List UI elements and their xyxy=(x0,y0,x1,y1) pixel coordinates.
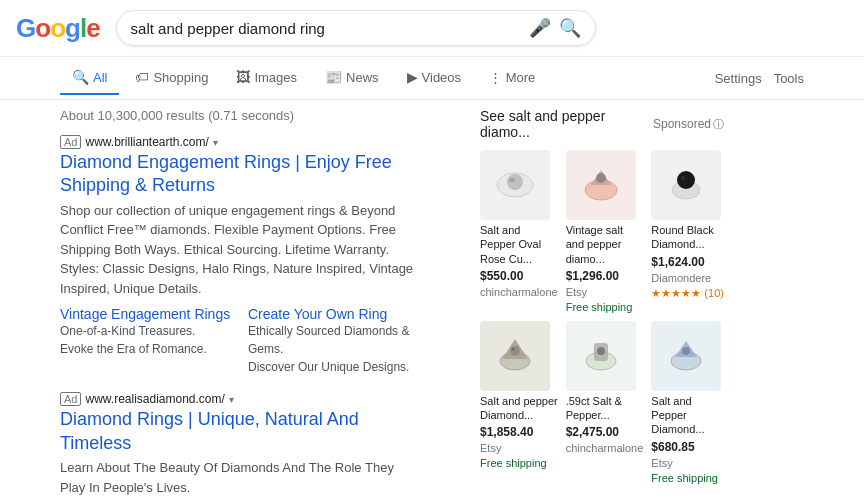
news-icon: 📰 xyxy=(325,69,342,85)
sitelink-create-title[interactable]: Create Your Own Ring xyxy=(248,306,420,322)
microphone-icon[interactable]: 🎤 xyxy=(529,17,551,39)
product-rating-3: ★★★★★ (10) xyxy=(651,287,724,300)
panel-title: See salt and pepper diamo... xyxy=(480,108,653,140)
product-name-4: Salt and pepper Diamond... xyxy=(480,394,558,423)
product-card-6[interactable]: Salt and Pepper Diamond... $680.85 Etsy … xyxy=(651,321,724,484)
product-img-2 xyxy=(566,150,636,220)
nav-tabs: 🔍 All 🏷 Shopping 🖼 Images 📰 News ▶ Video… xyxy=(0,57,864,100)
product-card-3[interactable]: Round Black Diamond... $1,624.00 Diamond… xyxy=(651,150,724,313)
product-card-4[interactable]: Salt and pepper Diamond... $1,858.40 Ets… xyxy=(480,321,558,484)
product-img-5 xyxy=(566,321,636,391)
svg-point-7 xyxy=(677,171,695,189)
svg-point-1 xyxy=(507,174,523,190)
ad1-desc: Shop our collection of unique engagement… xyxy=(60,201,420,299)
product-price-3: $1,624.00 xyxy=(651,255,724,269)
product-store-4: Etsy xyxy=(480,442,558,454)
header: Google 🎤 🔍 xyxy=(0,0,864,57)
ad-url-1: www.brilliantearth.com/ xyxy=(85,135,208,149)
ad-realisa: Ad www.realisadiamond.com/ ▾ Diamond Rin… xyxy=(60,392,420,497)
ad-label-2: Ad www.realisadiamond.com/ ▾ xyxy=(60,392,420,406)
search-bar[interactable]: 🎤 🔍 xyxy=(116,10,596,46)
product-card-5[interactable]: .59ct Salt & Pepper... $2,475.00 chincha… xyxy=(566,321,644,484)
product-img-6 xyxy=(651,321,721,391)
svg-point-18 xyxy=(682,347,690,355)
product-price-4: $1,858.40 xyxy=(480,425,558,439)
google-logo: Google xyxy=(16,13,100,44)
product-price-1: $550.00 xyxy=(480,269,558,283)
ad-arrow-2: ▾ xyxy=(229,394,234,405)
product-price-2: $1,296.00 xyxy=(566,269,644,283)
tab-videos[interactable]: ▶ Videos xyxy=(395,61,474,95)
ad-arrow-1: ▾ xyxy=(213,137,218,148)
tab-images[interactable]: 🖼 Images xyxy=(224,61,309,95)
product-ship-4: Free shipping xyxy=(480,457,558,469)
product-store-1: chincharmalone xyxy=(480,286,558,298)
sitelink-vintage-desc1: One-of-a-Kind Treasures. xyxy=(60,322,232,340)
ad-badge-1: Ad xyxy=(60,135,81,149)
images-icon: 🖼 xyxy=(236,69,250,85)
product-img-4 xyxy=(480,321,550,391)
sitelink-vintage: Vintage Engagement Rings One-of-a-Kind T… xyxy=(60,306,232,376)
ad-url-2: www.realisadiamond.com/ xyxy=(85,392,224,406)
left-column: About 10,300,000 results (0.71 seconds) … xyxy=(0,100,480,502)
product-store-3: Diamondere xyxy=(651,272,724,284)
sitelink-create-desc2: Discover Our Unique Designs. xyxy=(248,358,420,376)
product-price-5: $2,475.00 xyxy=(566,425,644,439)
tab-shopping[interactable]: 🏷 Shopping xyxy=(123,61,220,95)
sitelink-vintage-title[interactable]: Vintage Engagement Rings xyxy=(60,306,232,322)
right-panel: See salt and pepper diamo... Sponsored ⓘ… xyxy=(480,100,740,502)
product-ship-2: Free shipping xyxy=(566,301,644,313)
sitelink-vintage-desc2: Evoke the Era of Romance. xyxy=(60,340,232,358)
ad-label-1: Ad www.brilliantearth.com/ ▾ xyxy=(60,135,420,149)
product-store-6: Etsy xyxy=(651,457,724,469)
product-store-5: chincharmalone xyxy=(566,442,644,454)
product-name-1: Salt and Pepper Oval Rose Cu... xyxy=(480,223,558,266)
tab-news[interactable]: 📰 News xyxy=(313,61,391,95)
nav-right: Settings Tools xyxy=(715,71,804,86)
tools-link[interactable]: Tools xyxy=(774,71,804,86)
videos-icon: ▶ xyxy=(407,69,418,85)
tab-more[interactable]: ⋮ More xyxy=(477,62,547,95)
results-count: About 10,300,000 results (0.71 seconds) xyxy=(60,108,420,123)
product-price-6: $680.85 xyxy=(651,440,724,454)
search-input[interactable] xyxy=(131,20,521,37)
sponsored-label: Sponsored ⓘ xyxy=(653,117,724,132)
info-icon: ⓘ xyxy=(713,117,724,132)
shopping-icon: 🏷 xyxy=(135,69,149,85)
sitelink-create: Create Your Own Ring Ethically Sourced D… xyxy=(248,306,420,376)
product-name-2: Vintage salt and pepper diamo... xyxy=(566,223,644,266)
ad2-desc: Learn About The Beauty Of Diamonds And T… xyxy=(60,458,420,497)
product-grid: Salt and Pepper Oval Rose Cu... $550.00 … xyxy=(480,150,724,484)
svg-point-2 xyxy=(509,178,515,182)
product-img-1 xyxy=(480,150,550,220)
ad2-title[interactable]: Diamond Rings | Unique, Natural And Time… xyxy=(60,408,420,455)
tab-all[interactable]: 🔍 All xyxy=(60,61,119,95)
svg-point-5 xyxy=(596,173,606,183)
search-button[interactable]: 🔍 xyxy=(559,17,581,39)
ad1-title[interactable]: Diamond Engagement Rings | Enjoy Free Sh… xyxy=(60,151,420,198)
all-icon: 🔍 xyxy=(72,69,89,85)
svg-point-12 xyxy=(512,347,515,350)
product-ship-6: Free shipping xyxy=(651,472,724,484)
panel-header: See salt and pepper diamo... Sponsored ⓘ xyxy=(480,108,724,140)
ad1-sitelinks: Vintage Engagement Rings One-of-a-Kind T… xyxy=(60,306,420,376)
product-name-5: .59ct Salt & Pepper... xyxy=(566,394,644,423)
svg-point-11 xyxy=(510,346,520,356)
product-img-3 xyxy=(651,150,721,220)
main-content: About 10,300,000 results (0.71 seconds) … xyxy=(0,100,864,502)
product-store-2: Etsy xyxy=(566,286,644,298)
product-name-6: Salt and Pepper Diamond... xyxy=(651,394,724,437)
svg-point-8 xyxy=(681,176,685,180)
product-name-3: Round Black Diamond... xyxy=(651,223,724,252)
product-card-2[interactable]: Vintage salt and pepper diamo... $1,296.… xyxy=(566,150,644,313)
sitelink-create-desc1: Ethically Sourced Diamonds & Gems. xyxy=(248,322,420,358)
ad-badge-2: Ad xyxy=(60,392,81,406)
settings-link[interactable]: Settings xyxy=(715,71,762,86)
svg-point-15 xyxy=(597,347,605,355)
ad-brilliant-earth: Ad www.brilliantearth.com/ ▾ Diamond Eng… xyxy=(60,135,420,376)
product-card-1[interactable]: Salt and Pepper Oval Rose Cu... $550.00 … xyxy=(480,150,558,313)
